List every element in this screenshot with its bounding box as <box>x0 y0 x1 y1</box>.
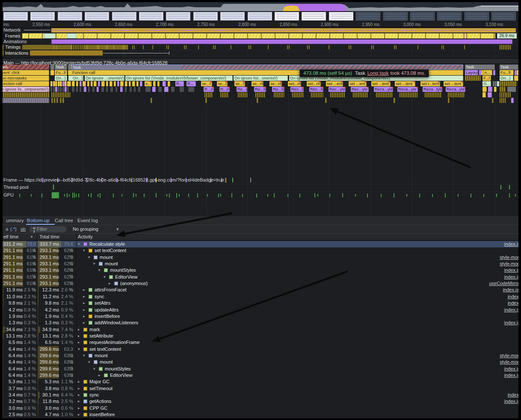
flame-block[interactable] <box>257 98 258 103</box>
track-label-frames[interactable]: Frames <box>3 33 22 39</box>
network-track-bar[interactable] <box>51 28 516 32</box>
flame-block[interactable] <box>292 92 304 97</box>
track-label-gpu[interactable]: GPU <box>3 192 14 198</box>
flame-block[interactable] <box>60 98 62 103</box>
flame-block[interactable] <box>153 81 156 86</box>
flame-block[interactable]: Task <box>500 65 518 70</box>
flame-block[interactable] <box>55 81 57 86</box>
flame-block[interactable] <box>97 87 99 92</box>
flame-block[interactable] <box>311 92 323 97</box>
table-row[interactable]: 291.1 ms61.6 %293.1 ms62.0 %▾mountstyle-… <box>3 254 518 261</box>
flame-block[interactable]: set ...tent <box>371 81 391 86</box>
flame-block[interactable]: se...t <box>234 81 245 86</box>
screenshot-thumbnail[interactable] <box>193 12 218 21</box>
flame-block[interactable] <box>132 81 135 86</box>
source-link[interactable]: style-mod <box>500 352 518 359</box>
regex-icon[interactable]: (.*) <box>10 225 17 233</box>
table-row[interactable]: 5.3 ms1.1 %5.3 ms1.1 %▸Major GC <box>3 379 518 385</box>
flame-block[interactable] <box>500 81 517 86</box>
screenshot-thumbnail[interactable] <box>139 12 163 21</box>
flame-block[interactable] <box>394 98 395 103</box>
source-link[interactable]: index.js: <box>503 287 518 293</box>
flame-block[interactable] <box>483 87 487 92</box>
table-row[interactable]: 6.4 ms1.4 %299.6 ms63.3 %▸EditorViewinde… <box>3 372 518 379</box>
grouping-dropdown[interactable]: No grouping <box>73 225 98 233</box>
flame-block[interactable]: A... <box>483 70 492 75</box>
flame-block[interactable] <box>65 87 67 92</box>
expand-arrow[interactable]: ▾ <box>98 267 101 273</box>
screenshot-thumbnail[interactable] <box>30 12 55 21</box>
screenshot-thumbnail[interactable] <box>410 12 435 21</box>
track-label-timings[interactable]: Timings <box>3 44 22 50</box>
flame-block[interactable] <box>50 81 53 86</box>
expand-arrow[interactable]: ▸ <box>78 333 80 339</box>
source-link[interactable]: index.js <box>504 241 518 247</box>
flame-block[interactable] <box>1 98 49 103</box>
track-label-interactions[interactable]: Interactions <box>3 50 30 56</box>
match-case-icon[interactable]: a <box>6 225 8 233</box>
flame-block[interactable] <box>157 81 160 86</box>
flame-block[interactable] <box>91 81 93 86</box>
flame-block[interactable]: Layout <box>465 70 478 75</box>
flame-block[interactable] <box>136 81 139 86</box>
expand-arrow[interactable]: ▸ <box>78 411 80 418</box>
flame-block[interactable]: Reca...yle <box>446 87 465 92</box>
flame-block[interactable] <box>67 87 69 92</box>
flame-block[interactable]: set...nt <box>288 81 301 86</box>
flame-block[interactable] <box>145 87 151 92</box>
flame-block[interactable] <box>115 87 117 92</box>
table-row[interactable]: 3.0 ms0.6 %3.0 ms0.6 %▸CPP GC <box>3 405 518 411</box>
flame-block[interactable] <box>80 81 82 86</box>
table-row[interactable]: 291.1 ms61.6 %293.1 ms62.0 %▾mountstyle-… <box>3 261 518 267</box>
screenshot-thumbnail[interactable] <box>220 12 245 21</box>
flame-block[interactable]: Reca...yle <box>374 87 393 92</box>
flame-block[interactable] <box>514 76 518 81</box>
flame-block[interactable] <box>60 81 62 86</box>
flame-block[interactable] <box>65 81 67 86</box>
expand-arrow[interactable]: ▸ <box>83 300 85 306</box>
table-row[interactable]: 291.1 ms61.6 %293.1 ms62.0 %▸(anonymous)… <box>3 280 518 287</box>
tab-event-log[interactable]: Event log <box>77 216 98 225</box>
expand-arrow[interactable]: ▾ <box>83 352 85 359</box>
expand-arrow[interactable]: ▸ <box>78 392 80 398</box>
source-link[interactable]: index.js <box>504 307 518 313</box>
tab-call-tree[interactable]: Call tree <box>55 216 73 225</box>
flame-block[interactable] <box>400 92 417 97</box>
flame-block[interactable]: se...t <box>201 81 212 86</box>
flame-block[interactable]: R...e <box>219 87 230 92</box>
track-label-frame[interactable]: Frame — https://id-preview--bd53fd9d-728… <box>3 177 226 183</box>
flame-block[interactable] <box>106 87 108 92</box>
track-label-network[interactable]: Network <box>3 27 21 33</box>
source-link[interactable]: index. <box>508 392 518 398</box>
screenshot-thumbnail[interactable] <box>275 12 299 21</box>
expand-arrow[interactable]: ▾ <box>104 274 106 280</box>
table-row[interactable]: 6.4 ms1.4 %299.6 ms63.3 %▾mountstyle-mod <box>3 359 518 365</box>
flame-block[interactable] <box>330 92 345 97</box>
flame-block[interactable] <box>110 81 112 86</box>
flame-block[interactable] <box>54 98 56 103</box>
flame-block[interactable] <box>204 92 213 97</box>
screenshot-thumbnail[interactable] <box>248 12 272 21</box>
expand-arrow[interactable]: ▸ <box>83 320 85 326</box>
flame-block[interactable]: On...) <box>500 76 513 81</box>
flame-block[interactable] <box>94 81 97 86</box>
flame-block[interactable] <box>60 87 62 92</box>
table-row[interactable]: 13.1 ms2.8 %13.1 ms2.8 %▸setAttribute <box>3 333 518 339</box>
grouping-caret-icon[interactable]: ▾ <box>116 225 119 233</box>
flame-block[interactable] <box>188 87 194 92</box>
column-activity[interactable]: Activity <box>78 234 93 240</box>
flame-block[interactable] <box>98 81 100 86</box>
flame-block[interactable]: Reca...tyle <box>423 87 442 92</box>
flame-block[interactable] <box>151 98 152 103</box>
flame-block[interactable] <box>84 87 86 92</box>
flame-block[interactable]: Rec...le <box>309 87 323 92</box>
flame-block[interactable] <box>488 87 492 92</box>
flame-block[interactable] <box>158 87 162 92</box>
source-link[interactable]: index. <box>508 300 518 306</box>
screenshot-thumbnail[interactable] <box>3 12 28 21</box>
flame-block[interactable]: Rec...yle <box>351 87 369 92</box>
table-row[interactable]: 6.4 ms1.4 %299.6 ms63.3 %▾mountStylesind… <box>3 366 518 372</box>
screenshot-thumbnail[interactable] <box>329 12 353 21</box>
expand-arrow[interactable]: ▸ <box>83 313 85 320</box>
flame-block[interactable]: set...nt <box>307 81 321 86</box>
